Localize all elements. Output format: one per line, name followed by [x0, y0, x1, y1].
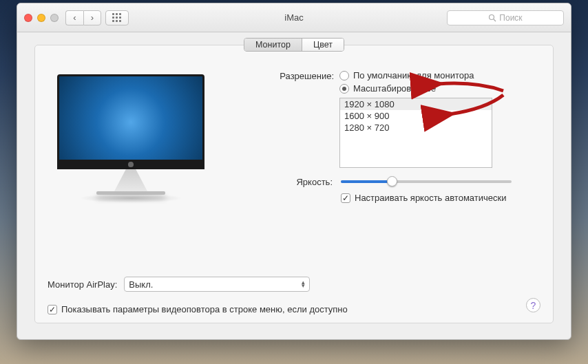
brightness-slider[interactable] — [341, 176, 512, 187]
minimize-icon[interactable] — [37, 14, 45, 22]
resolution-option[interactable]: 1280 × 720 — [340, 122, 492, 133]
apple-logo-icon — [128, 162, 134, 167]
resolution-label: Разрешение: — [265, 70, 334, 81]
grid-icon — [112, 13, 122, 23]
airplay-dropdown[interactable]: Выкл. ▴▾ — [124, 277, 310, 292]
mirror-checkbox[interactable]: ✓ Показывать параметры видеоповтора в ст… — [48, 304, 540, 314]
back-button[interactable]: ‹ — [65, 10, 83, 25]
traffic-lights — [24, 14, 59, 22]
forward-button[interactable]: › — [83, 10, 101, 25]
radio-scaled-label: Масштабированное — [353, 83, 436, 94]
help-button[interactable]: ? — [526, 298, 540, 312]
svg-point-0 — [490, 14, 494, 19]
checkbox-icon: ✓ — [48, 305, 57, 314]
svg-line-1 — [494, 19, 496, 21]
auto-brightness-label: Настраивать яркость автоматически — [355, 193, 506, 203]
airplay-label: Монитор AirPlay: — [48, 279, 117, 290]
checkbox-icon: ✓ — [341, 193, 350, 203]
close-icon[interactable] — [24, 14, 32, 22]
auto-brightness-checkbox[interactable]: ✓ Настраивать яркость автоматически — [341, 193, 512, 203]
search-input[interactable]: Поиск — [447, 10, 564, 25]
airplay-value: Выкл. — [129, 279, 153, 290]
slider-knob-icon[interactable] — [387, 176, 397, 186]
titlebar: ‹ › iMac Поиск — [17, 3, 571, 32]
preferences-window: ‹ › iMac Поиск Монитор Цвет — [17, 3, 571, 340]
resolution-list[interactable]: 1920 × 1080 1600 × 900 1280 × 720 — [339, 98, 492, 168]
nav-back-forward: ‹ › — [65, 10, 101, 25]
radio-icon — [339, 84, 349, 94]
mirror-label: Показывать параметры видеоповтора в стро… — [61, 304, 348, 314]
resolution-option[interactable]: 1920 × 1080 — [340, 98, 492, 110]
search-placeholder: Поиск — [499, 13, 522, 23]
content-area: Разрешение: По умолчанию для монитора Ма… — [35, 45, 553, 323]
settings-column: Разрешение: По умолчанию для монитора Ма… — [265, 70, 512, 208]
radio-scaled[interactable]: Масштабированное — [339, 83, 474, 94]
search-icon — [488, 14, 496, 22]
brightness-label: Яркость: — [265, 176, 333, 187]
monitor-illustration — [57, 74, 204, 208]
show-all-button[interactable] — [105, 10, 129, 25]
radio-default-label: По умолчанию для монитора — [353, 70, 474, 81]
resolution-option[interactable]: 1600 × 900 — [340, 110, 492, 122]
main-panel: Монитор Цвет Разрешение: — [34, 45, 554, 323]
radio-icon — [339, 71, 349, 81]
zoom-icon[interactable] — [50, 14, 59, 22]
chevron-up-down-icon: ▴▾ — [302, 281, 305, 288]
radio-default[interactable]: По умолчанию для монитора — [339, 70, 474, 81]
